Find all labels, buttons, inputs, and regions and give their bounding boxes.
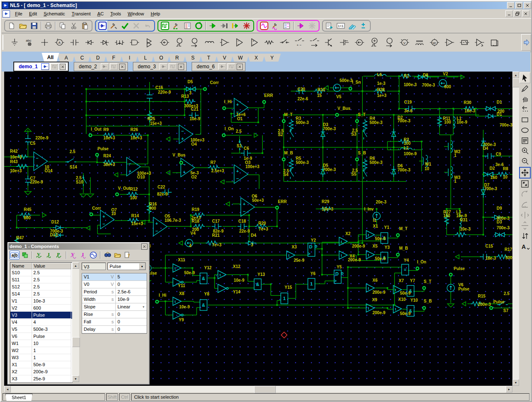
bjt-component-icon[interactable] (322, 35, 337, 50)
filter-tab-all[interactable]: All (42, 53, 59, 62)
ac-run-button[interactable] (295, 20, 306, 31)
doc-tab-demo_3[interactable]: demo_3 (133, 62, 187, 71)
filter-tab-c[interactable]: C (73, 54, 91, 62)
amplifier-component-icon[interactable] (217, 35, 232, 50)
relay-component-icon[interactable] (457, 35, 472, 50)
wattmeter-component-icon[interactable]: W (427, 35, 442, 50)
dialog-i-ac-button[interactable]: I (79, 251, 88, 259)
opamp-noninv-component-icon[interactable]: +− (247, 35, 262, 50)
filter-tab-t[interactable]: T (200, 54, 217, 62)
diac-component-icon[interactable] (112, 35, 127, 50)
col-header-value[interactable]: Value (32, 263, 71, 269)
filter-tab-l[interactable]: L (137, 54, 154, 62)
wire-tool-button[interactable] (520, 104, 530, 114)
transient-build-button[interactable] (171, 20, 182, 31)
menu-window[interactable]: Window (125, 10, 147, 17)
amplifier-out-component-icon[interactable]: L (442, 35, 457, 50)
child-minimize-button[interactable] (505, 10, 513, 17)
component-row-V2[interactable]: V2600 (10, 305, 72, 312)
component-row-X3[interactable]: X325e-9 (10, 375, 72, 382)
dialog-find-button[interactable] (103, 251, 112, 259)
check-button[interactable] (120, 20, 130, 31)
minimize-button[interactable] (507, 2, 515, 9)
filter-tab-f[interactable]: F (105, 54, 122, 62)
schematic-view-icon[interactable] (41, 63, 49, 70)
transient-view-icon[interactable] (227, 63, 235, 70)
dialog-help-button[interactable]: ? (123, 251, 132, 259)
switch-dc-component-icon[interactable]: + − (292, 35, 307, 50)
filter-tab-r[interactable]: R (168, 54, 186, 62)
zoom-in-tool-button[interactable] (520, 146, 530, 156)
transient-continue-button[interactable] (193, 20, 204, 31)
transient-view-icon[interactable] (110, 63, 118, 70)
component-row-W3[interactable]: W31 (10, 354, 72, 361)
transient-window-button[interactable] (160, 20, 170, 31)
filter-tab-a[interactable]: A (57, 54, 75, 62)
resistor-component-icon[interactable] (262, 35, 277, 50)
scroll-mode-tool-button[interactable] (519, 167, 531, 179)
mosfet-component-icon[interactable] (337, 35, 352, 50)
components-table[interactable]: Name Value S102.5S112.5S122.5S142.5V110e… (10, 262, 72, 383)
schematic-view-icon[interactable] (101, 63, 109, 70)
property-row-period[interactable]: Periods2.5e-6 (82, 288, 147, 296)
label-component-icon[interactable]: abc (22, 35, 37, 50)
dialog-sine-button[interactable] (89, 251, 98, 259)
ac-build-button[interactable] (270, 20, 281, 31)
filter-tab-o[interactable]: O (152, 54, 170, 62)
component-row-X2[interactable]: X2200e-9 (10, 368, 72, 375)
filter-tab-d[interactable]: D (89, 54, 107, 62)
pointer-tool-button[interactable] (520, 72, 530, 83)
transient-view-icon[interactable] (50, 63, 58, 70)
transient-view-icon[interactable] (169, 63, 177, 70)
menu-file[interactable]: File (12, 10, 26, 17)
filter-tab-w[interactable]: W (232, 54, 249, 62)
doc-close-icon[interactable] (178, 64, 184, 70)
canvas-vertical-scrollbar[interactable]: ▲ ▼ (512, 72, 519, 386)
table-scrollbar[interactable]: ▲ ▼ (72, 262, 79, 382)
component-row-S10[interactable]: S102.5 (10, 269, 72, 276)
voltage-source-ctrl-component-icon[interactable] (382, 35, 397, 50)
opamp-inv-component-icon[interactable]: −+ (232, 35, 247, 50)
ammeter-component-icon[interactable]: A (52, 35, 67, 50)
draw-tool-button[interactable] (520, 84, 530, 94)
voltmeter-component-icon[interactable]: V (397, 35, 412, 50)
canvas-horizontal-scrollbar[interactable]: ◄ ► (2, 386, 530, 392)
dialog-v-tr-button[interactable]: V (35, 251, 44, 259)
transient-stop-button[interactable] (241, 20, 252, 31)
pan-tool-button[interactable] (520, 94, 530, 104)
rectangle-tool-button[interactable] (520, 115, 530, 125)
menu-help[interactable]: Help (147, 10, 164, 17)
child-restore-button[interactable] (514, 10, 521, 17)
zoom-out-tool-button[interactable] (520, 156, 530, 166)
thyristor-component-icon[interactable] (472, 35, 487, 50)
property-row-rise[interactable]: Rises0 (82, 311, 147, 318)
schematic-build-button[interactable] (108, 20, 119, 31)
filter-tab-x[interactable]: X (247, 54, 265, 62)
edit-multiple-button[interactable] (347, 20, 357, 31)
filter-tab-y[interactable]: Y (263, 54, 281, 62)
property-grid[interactable]: V1V5V0V0Periods2.5e-6Widths10e-9SlopeLin… (82, 273, 147, 334)
dialog-ab-button[interactable]: a|b (10, 251, 20, 260)
property-row-delay[interactable]: Delays0 (82, 326, 147, 333)
filter-tab-s[interactable]: S (184, 54, 202, 62)
component-row-S11[interactable]: S112.5 (10, 276, 72, 283)
schematic-view-icon[interactable] (160, 63, 167, 70)
component-row-V6[interactable]: V6Pulse (10, 333, 72, 340)
comparator-component-icon[interactable] (142, 35, 157, 50)
palette-scroll-right-button[interactable] (521, 34, 531, 51)
component-row-S12[interactable]: S122.5 (10, 283, 72, 290)
fit-tool-button[interactable] (520, 179, 530, 189)
dialog-title-bar[interactable]: demo_1 - Components (8, 243, 149, 250)
property-row-v1[interactable]: V1V5 (82, 273, 147, 281)
menu-transient[interactable]: Transient (68, 10, 94, 17)
component-row-X1[interactable]: X150e-9 (10, 361, 72, 368)
export-button[interactable] (324, 20, 335, 31)
open-folder-button[interactable] (17, 20, 28, 31)
col-header-name[interactable]: Name (10, 263, 32, 269)
component-row-S14[interactable]: S142.5 (10, 290, 72, 298)
doc-tab-demo_1[interactable]: demo_1 (13, 62, 69, 72)
doc-tab-demo_6[interactable]: demo_6 (192, 62, 245, 71)
component-row-W1[interactable]: W110 (10, 340, 72, 347)
model-dropdown[interactable]: Pulse ▼ (107, 263, 146, 270)
transient-runfrom-button[interactable] (230, 20, 241, 31)
